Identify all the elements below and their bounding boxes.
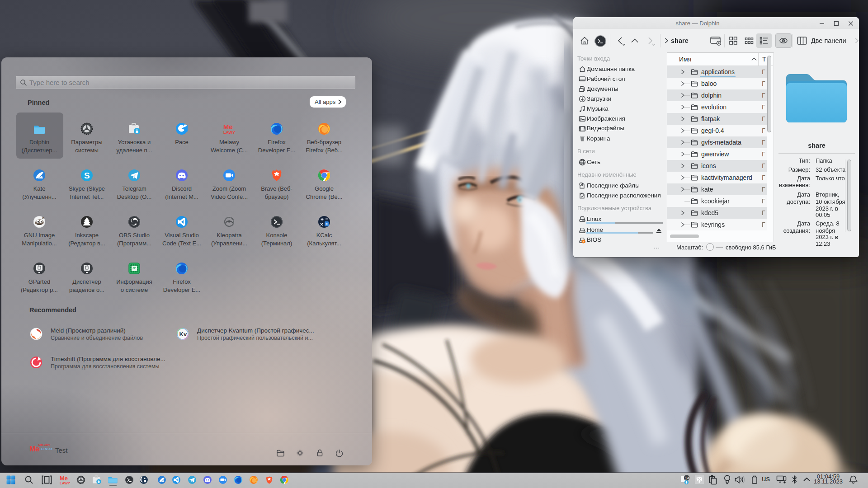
svg-text:LAWY: LAWY xyxy=(60,481,71,485)
svg-text:Kv: Kv xyxy=(179,331,187,338)
svg-text:14: 14 xyxy=(685,476,689,480)
svg-text:S: S xyxy=(84,171,90,180)
svg-text:Me: Me xyxy=(60,475,68,482)
svg-text:LAWY: LAWY xyxy=(223,130,235,135)
svg-text:Me: Me xyxy=(223,123,233,131)
